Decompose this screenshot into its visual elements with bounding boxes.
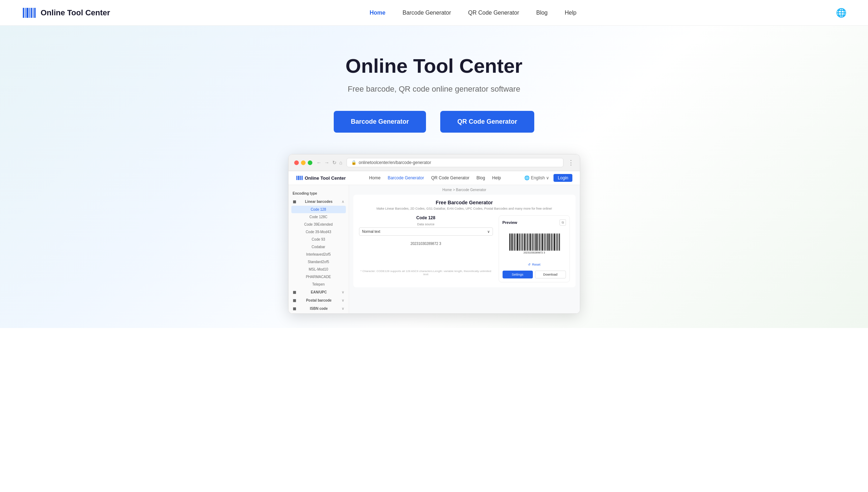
- panel-body: Code 128 Data source Normal text ∨ 20231…: [359, 215, 570, 282]
- svg-rect-13: [302, 176, 303, 180]
- svg-rect-16: [511, 234, 513, 251]
- dot-red: [294, 160, 299, 165]
- sidebar-item-code128[interactable]: Code 128: [291, 206, 346, 213]
- character-note: * Character: CODE128 supports all 128 AS…: [359, 270, 493, 276]
- sidebar-item-standard2of5[interactable]: Standard2of5: [289, 258, 349, 266]
- nav-barcode-generator[interactable]: Barcode Generator: [402, 10, 451, 16]
- barcode-display: 20231030289872 3: [503, 229, 566, 259]
- inner-nav-right: 🌐 English ∨ Login: [524, 174, 572, 182]
- browser-nav-buttons: ← → ↻ ⌂: [317, 160, 342, 165]
- postal-barcode-collapse[interactable]: ∨: [342, 298, 344, 302]
- postal-barcode-header[interactable]: ▦ Postal barcode ∨: [289, 296, 349, 304]
- isbn-code-collapse[interactable]: ∨: [342, 307, 344, 311]
- svg-rect-17: [513, 234, 514, 251]
- svg-rect-18: [514, 234, 515, 251]
- inner-nav-barcode[interactable]: Barcode Generator: [388, 175, 424, 180]
- barcode-generator-button[interactable]: Barcode Generator: [334, 111, 426, 133]
- refresh-icon[interactable]: ↻: [332, 160, 337, 165]
- form-section-title: Code 128: [359, 215, 493, 220]
- url-text: onlinetoolcenter/en/barcode-generator: [359, 160, 431, 165]
- preview-actions: Settings Download: [503, 271, 566, 278]
- nav-blog[interactable]: Blog: [536, 10, 547, 16]
- svg-rect-8: [297, 176, 298, 180]
- sidebar-item-code39mod43[interactable]: Code 39-Mod43: [289, 228, 349, 236]
- svg-rect-49: [556, 234, 556, 251]
- home-icon[interactable]: ⌂: [339, 160, 342, 165]
- reset-button[interactable]: ↺ Reset: [503, 261, 566, 268]
- sidebar-item-msl-mod10[interactable]: MSL-Mod10: [289, 266, 349, 273]
- ean-upc-header[interactable]: ▦ EAN/UPC ∨: [289, 288, 349, 296]
- settings-button[interactable]: Settings: [503, 271, 533, 278]
- qr-code-generator-button[interactable]: QR Code Generator: [440, 111, 534, 133]
- isbn-code-header[interactable]: ▦ ISBN code ∨: [289, 304, 349, 313]
- download-button[interactable]: Download: [535, 271, 566, 278]
- svg-rect-43: [547, 234, 548, 251]
- nav-qr-code-generator[interactable]: QR Code Generator: [468, 10, 519, 16]
- svg-rect-11: [300, 176, 301, 180]
- svg-rect-29: [529, 234, 529, 251]
- svg-rect-40: [544, 234, 544, 251]
- barcode-image: 20231030289872 3: [508, 233, 561, 254]
- sidebar-item-pharmacade[interactable]: PHARMACADE: [289, 273, 349, 281]
- sidebar-item-code128c[interactable]: Code 128C: [289, 213, 349, 221]
- copy-icon[interactable]: ⧉: [560, 219, 566, 226]
- isbn-code-label: ISBN code: [310, 307, 328, 311]
- nav-home[interactable]: Home: [370, 10, 385, 16]
- encoding-type-header: Encoding type: [289, 189, 349, 198]
- inner-nav-qr[interactable]: QR Code Generator: [431, 175, 469, 180]
- svg-rect-35: [536, 234, 537, 251]
- dot-green: [308, 160, 312, 165]
- lock-icon: 🔒: [351, 160, 357, 165]
- inner-nav-help[interactable]: Help: [492, 175, 501, 180]
- inner-nav-home[interactable]: Home: [369, 175, 380, 180]
- svg-rect-19: [516, 234, 516, 251]
- svg-rect-22: [519, 234, 520, 251]
- browser-url-bar[interactable]: 🔒 onlinetoolcenter/en/barcode-generator: [347, 158, 563, 167]
- svg-rect-3: [29, 8, 30, 18]
- data-source-value: Normal text: [362, 230, 380, 234]
- app-sidebar: Encoding type ▦ Linear barcodes ∧ Code 1…: [289, 185, 349, 313]
- breadcrumb: Home > Barcode Generator: [349, 185, 580, 195]
- browser-dots: [294, 160, 312, 165]
- sidebar-item-interleaved[interactable]: Interleaved2of5: [289, 251, 349, 258]
- back-icon[interactable]: ←: [317, 160, 322, 165]
- preview-title: Preview: [503, 220, 518, 225]
- svg-rect-0: [23, 8, 24, 18]
- data-source-select[interactable]: Normal text ∨: [359, 227, 493, 236]
- linear-barcodes-collapse[interactable]: ∧: [342, 200, 344, 204]
- svg-rect-31: [531, 234, 532, 251]
- postal-barcode-label: Postal barcode: [306, 298, 332, 302]
- logo-text: Online Tool Center: [41, 8, 110, 17]
- svg-text:20231030289872 3: 20231030289872 3: [523, 251, 545, 254]
- sidebar-item-codabar[interactable]: Codabar: [289, 243, 349, 251]
- svg-rect-46: [551, 234, 552, 251]
- svg-rect-33: [534, 234, 534, 251]
- svg-rect-25: [523, 234, 524, 251]
- inner-logo: Online Tool Center: [296, 174, 346, 181]
- svg-rect-24: [522, 234, 523, 251]
- nav-help[interactable]: Help: [565, 10, 577, 16]
- svg-rect-42: [546, 234, 546, 251]
- svg-rect-51: [558, 234, 558, 251]
- svg-rect-1: [25, 8, 26, 18]
- login-button[interactable]: Login: [553, 174, 572, 182]
- lang-selector[interactable]: 🌐 English ∨: [524, 175, 549, 180]
- svg-rect-23: [521, 234, 521, 251]
- sidebar-item-code93[interactable]: Code 93: [289, 236, 349, 243]
- svg-rect-7: [296, 176, 297, 180]
- ean-upc-collapse[interactable]: ∨: [342, 290, 344, 294]
- main-nav: Home Barcode Generator QR Code Generator…: [370, 10, 577, 16]
- sidebar-item-telepen[interactable]: Telepen: [289, 281, 349, 288]
- svg-rect-27: [526, 234, 526, 251]
- globe-icon[interactable]: 🌐: [836, 8, 847, 18]
- browser-menu-icon[interactable]: ⋮: [568, 159, 574, 166]
- svg-rect-21: [518, 234, 519, 251]
- svg-rect-47: [553, 234, 553, 251]
- sidebar-item-code39ext[interactable]: Code 39Extended: [289, 221, 349, 228]
- forward-icon[interactable]: →: [324, 160, 329, 165]
- barcode-input[interactable]: 20231030289872 3: [359, 239, 493, 248]
- linear-barcodes-header[interactable]: ▦ Linear barcodes ∧: [289, 198, 349, 206]
- inner-nav-blog[interactable]: Blog: [477, 175, 485, 180]
- reset-label: Reset: [532, 263, 541, 266]
- svg-rect-45: [550, 234, 551, 251]
